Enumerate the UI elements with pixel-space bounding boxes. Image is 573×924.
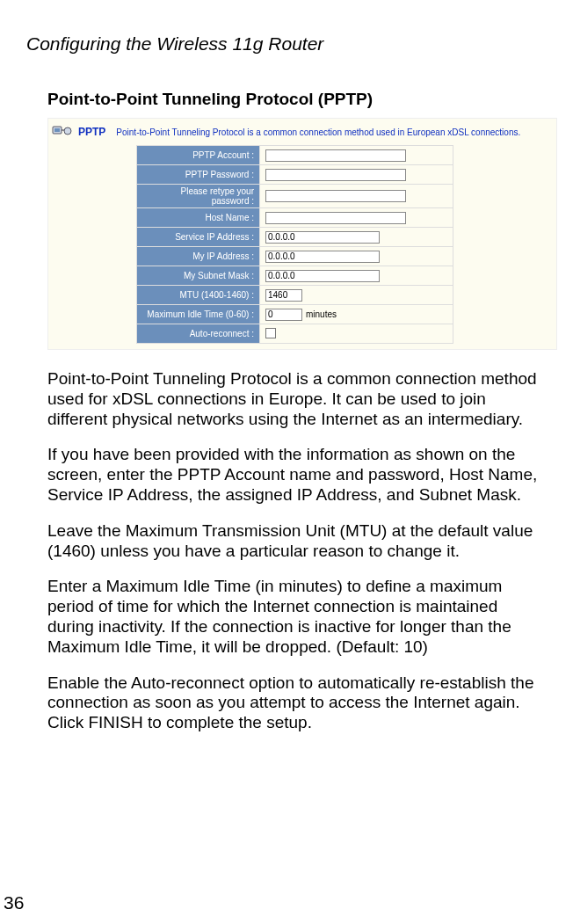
pptp-desc: Point-to-Point Tunneling Protocol is a c… [116,127,520,137]
form-row: PPTP Account : [137,146,453,165]
form-input[interactable] [265,190,406,202]
form-label: Please retype your password : [137,185,260,208]
form-label: PPTP Password : [137,165,260,185]
page-number: 36 [4,892,24,913]
form-row: MTU (1400-1460) : [137,286,453,305]
form-value-cell [260,146,453,165]
form-label: Auto-reconnect : [137,324,260,344]
body-paragraph: If you have been provided with the infor… [47,445,547,505]
form-label: PPTP Account : [137,146,260,165]
form-row: My Subnet Mask : [137,266,453,286]
screenshot-header: PPTP Point-to-Point Tunneling Protocol i… [52,124,553,140]
form-label: Host Name : [137,208,260,228]
form-row: Auto-reconnect : [137,324,453,344]
form-value-cell [260,266,453,286]
form-input[interactable] [265,231,380,244]
body-paragraph: Point-to-Point Tunneling Protocol is a c… [47,369,547,429]
section-title: Point-to-Point Tunneling Protocol (PPTP) [47,90,547,109]
form-label: Service IP Address : [137,228,260,247]
form-value-cell [260,185,453,208]
form-input[interactable] [265,309,302,321]
screenshot-panel: PPTP Point-to-Point Tunneling Protocol i… [47,118,557,350]
form-value-cell [260,324,453,344]
form-input[interactable] [265,169,406,181]
form-input[interactable] [265,149,406,162]
auto-reconnect-checkbox[interactable] [265,328,276,338]
form-row: Maximum Idle Time (0-60) :minutes [137,305,453,324]
suffix-label: minutes [306,309,337,319]
form-input[interactable] [265,212,406,224]
form-row: Host Name : [137,208,453,228]
pptp-label: PPTP [78,126,105,138]
config-form-table: PPTP Account :PPTP Password :Please rety… [136,145,453,344]
form-value-cell [260,228,453,247]
form-label: MTU (1400-1460) : [137,286,260,305]
form-label: My IP Address : [137,247,260,266]
form-value-cell [260,286,453,305]
svg-point-2 [64,127,71,135]
form-value-cell [260,247,453,266]
form-label: My Subnet Mask : [137,266,260,286]
body-paragraph: Enter a Maximum Idle Time (in minutes) t… [47,577,547,657]
form-row: My IP Address : [137,247,453,266]
page-header: Configuring the Wireless 11g Router [26,33,547,55]
body-paragraph: Leave the Maximum Transmission Unit (MTU… [47,521,547,562]
form-row: Please retype your password : [137,185,453,208]
form-value-cell [260,165,453,185]
pptp-icon [52,124,73,140]
form-input[interactable] [265,251,380,263]
svg-rect-1 [54,128,60,132]
form-label: Maximum Idle Time (0-60) : [137,305,260,324]
form-value-cell [260,208,453,228]
body-paragraph: Enable the Auto-reconnect option to auto… [47,673,547,733]
form-input[interactable] [265,270,380,282]
form-value-cell: minutes [260,305,453,324]
form-row: Service IP Address : [137,228,453,247]
form-row: PPTP Password : [137,165,453,185]
form-input[interactable] [265,289,302,302]
